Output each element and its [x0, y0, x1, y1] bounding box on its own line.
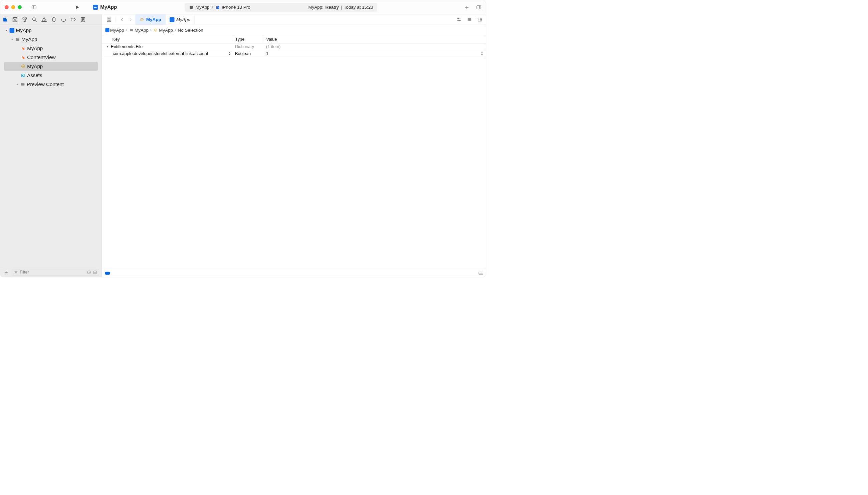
disclosure-down-icon[interactable] [10, 37, 14, 41]
scm-filter-icon[interactable] [93, 270, 97, 274]
svg-point-64 [154, 29, 157, 31]
plist-row[interactable]: com.apple.developer.storekit.external-li… [102, 50, 486, 57]
tree-item-label: MyApp [27, 45, 43, 51]
status-app: MyApp: [308, 5, 324, 10]
tree-item-entitlements[interactable]: MyApp [4, 62, 98, 71]
add-tab-icon[interactable] [463, 4, 470, 10]
sidebar-toggle-icon[interactable] [31, 4, 37, 10]
stepper-icon[interactable] [228, 52, 233, 55]
col-type-header[interactable]: Type [233, 37, 264, 42]
crumb[interactable]: MyApp [110, 27, 124, 33]
crumb[interactable]: MyApp [159, 27, 173, 33]
jump-bar[interactable]: MyApp MyApp MyApp No Selection [102, 25, 486, 35]
crumb[interactable]: MyApp [134, 27, 149, 33]
plist-root-row[interactable]: Entitlements File Dictionary (1 item) [102, 44, 486, 50]
add-editor-icon[interactable] [476, 16, 483, 23]
tree-item-assets[interactable]: Assets [0, 71, 102, 80]
folder-icon [129, 28, 134, 33]
tab-entitlements[interactable]: MyApp [135, 14, 165, 25]
window-close[interactable] [5, 5, 9, 9]
svg-rect-14 [23, 18, 24, 19]
svg-marker-69 [481, 54, 483, 55]
svg-rect-0 [32, 6, 36, 9]
svg-rect-70 [479, 272, 483, 274]
svg-marker-24 [52, 17, 55, 22]
issue-navigator-icon[interactable] [42, 17, 47, 22]
svg-point-5 [217, 6, 218, 7]
window-zoom[interactable] [18, 5, 22, 9]
plist-value: (1 item) [266, 44, 281, 49]
svg-rect-33 [11, 29, 13, 32]
device-name: iPhone 13 Pro [222, 5, 250, 10]
navigator-tabs [0, 14, 102, 25]
svg-marker-34 [11, 39, 13, 40]
window-minimize[interactable] [11, 5, 15, 9]
svg-rect-4 [216, 6, 219, 9]
tree-root[interactable]: MyApp [0, 26, 102, 35]
disclosure-down-icon[interactable] [105, 45, 110, 49]
svg-point-23 [44, 20, 44, 21]
add-file-icon[interactable] [3, 269, 9, 275]
disclosure-down-icon[interactable] [4, 28, 9, 33]
source-control-navigator-icon[interactable] [12, 17, 18, 22]
project-icon [10, 28, 15, 33]
col-key-header[interactable]: Key [102, 37, 233, 42]
stepper-icon[interactable] [481, 52, 484, 55]
review-changes-icon[interactable] [456, 16, 462, 23]
filter-icon [14, 270, 18, 274]
tree-item-swift[interactable]: MyApp [0, 44, 102, 53]
plist-value[interactable]: 1 [266, 51, 268, 56]
nav-forward-icon[interactable] [127, 16, 134, 23]
folder-icon [15, 37, 20, 42]
scheme-status-pill[interactable]: MyApp iPhone 13 Pro MyApp: Ready | Today… [185, 3, 377, 12]
test-navigator-icon[interactable] [51, 17, 57, 22]
filter-input[interactable] [20, 270, 85, 275]
adjust-editor-options-icon[interactable] [466, 16, 473, 23]
tab-project[interactable]: MyApp [166, 14, 195, 25]
tab-label: MyApp [176, 17, 190, 22]
window-toolbar: MyApp MyApp iPhone 13 Pro MyApp: Ready | [0, 0, 486, 15]
traffic-lights [5, 5, 22, 9]
nav-back-icon[interactable] [118, 16, 125, 23]
svg-marker-67 [229, 54, 231, 55]
chevron-right-icon [125, 29, 128, 31]
find-navigator-icon[interactable] [32, 17, 37, 22]
project-navigator-icon[interactable] [2, 17, 8, 22]
window-title: MyApp [100, 4, 117, 10]
disclosure-right-icon[interactable] [15, 82, 19, 86]
scheme-app-name: MyApp [196, 5, 210, 10]
editor-bottom-bar [102, 269, 486, 277]
svg-rect-15 [25, 18, 27, 19]
library-toggle-icon[interactable] [475, 4, 482, 10]
tree-item-swift[interactable]: ContentView [0, 53, 102, 62]
line-column-icon[interactable] [478, 271, 484, 275]
filter-field[interactable] [12, 269, 99, 275]
symbol-navigator-icon[interactable] [22, 17, 28, 22]
swift-file-icon [21, 55, 26, 60]
svg-marker-68 [481, 52, 483, 53]
svg-point-19 [32, 18, 35, 20]
run-button[interactable] [74, 4, 81, 10]
entitlements-file-icon [140, 17, 145, 22]
col-value-header[interactable]: Value [264, 37, 486, 42]
entitlements-file-icon [21, 64, 26, 69]
debug-navigator-icon[interactable] [61, 17, 66, 22]
breakpoint-navigator-icon[interactable] [70, 17, 76, 22]
app-icon [169, 17, 175, 22]
project-tree: MyApp MyApp MyApp [0, 25, 102, 267]
app-icon [105, 28, 109, 32]
related-items-icon[interactable] [105, 16, 112, 23]
recent-filter-icon[interactable] [87, 270, 91, 274]
tree-folder-preview[interactable]: Preview Content [0, 80, 102, 89]
chevron-right-icon [174, 29, 177, 31]
svg-point-6 [218, 7, 219, 8]
crumb[interactable]: No Selection [178, 27, 203, 33]
svg-rect-16 [24, 20, 26, 21]
tree-group[interactable]: MyApp [0, 35, 102, 44]
report-navigator-icon[interactable] [80, 17, 86, 22]
plist-type[interactable]: Boolean [233, 51, 264, 56]
breakpoint-toggle[interactable] [105, 272, 110, 275]
svg-rect-3 [190, 6, 193, 9]
svg-line-20 [35, 20, 36, 22]
svg-marker-65 [107, 46, 108, 47]
